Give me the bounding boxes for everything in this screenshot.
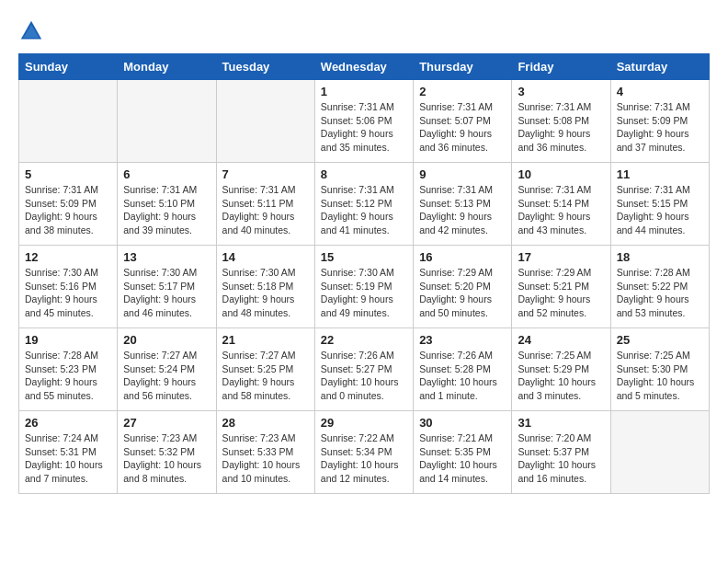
day-info: Sunrise: 7:28 AM Sunset: 5:23 PM Dayligh… <box>25 349 111 403</box>
day-info: Sunrise: 7:31 AM Sunset: 5:09 PM Dayligh… <box>25 183 111 237</box>
day-info: Sunrise: 7:31 AM Sunset: 5:10 PM Dayligh… <box>123 183 210 237</box>
calendar-cell: 10Sunrise: 7:31 AM Sunset: 5:14 PM Dayli… <box>512 163 610 246</box>
day-number: 21 <box>222 333 309 347</box>
calendar-cell: 14Sunrise: 7:30 AM Sunset: 5:18 PM Dayli… <box>216 246 314 328</box>
day-number: 11 <box>617 167 703 181</box>
calendar-cell: 26Sunrise: 7:24 AM Sunset: 5:31 PM Dayli… <box>19 411 118 494</box>
calendar-cell: 15Sunrise: 7:30 AM Sunset: 5:19 PM Dayli… <box>314 246 413 328</box>
day-number: 5 <box>25 167 111 181</box>
day-number: 25 <box>617 333 703 347</box>
calendar-header-row: SundayMondayTuesdayWednesdayThursdayFrid… <box>19 54 710 80</box>
calendar-cell: 6Sunrise: 7:31 AM Sunset: 5:10 PM Daylig… <box>118 163 216 246</box>
day-info: Sunrise: 7:31 AM Sunset: 5:14 PM Dayligh… <box>518 183 604 237</box>
day-info: Sunrise: 7:31 AM Sunset: 5:15 PM Dayligh… <box>617 183 703 237</box>
day-info: Sunrise: 7:30 AM Sunset: 5:19 PM Dayligh… <box>321 266 407 320</box>
calendar-cell: 2Sunrise: 7:31 AM Sunset: 5:07 PM Daylig… <box>414 80 512 163</box>
day-info: Sunrise: 7:30 AM Sunset: 5:18 PM Dayligh… <box>222 266 309 320</box>
calendar-cell <box>216 80 314 163</box>
day-number: 2 <box>419 85 506 98</box>
calendar-cell <box>610 411 709 494</box>
calendar-week-2: 5Sunrise: 7:31 AM Sunset: 5:09 PM Daylig… <box>19 163 710 246</box>
day-info: Sunrise: 7:30 AM Sunset: 5:16 PM Dayligh… <box>25 266 111 320</box>
day-info: Sunrise: 7:29 AM Sunset: 5:20 PM Dayligh… <box>419 266 506 320</box>
calendar-cell: 17Sunrise: 7:29 AM Sunset: 5:21 PM Dayli… <box>512 246 610 328</box>
calendar-cell: 23Sunrise: 7:26 AM Sunset: 5:28 PM Dayli… <box>414 328 512 411</box>
calendar-cell: 27Sunrise: 7:23 AM Sunset: 5:32 PM Dayli… <box>118 411 216 494</box>
calendar-cell: 20Sunrise: 7:27 AM Sunset: 5:24 PM Dayli… <box>118 328 216 411</box>
day-info: Sunrise: 7:31 AM Sunset: 5:13 PM Dayligh… <box>419 183 506 237</box>
calendar-cell: 3Sunrise: 7:31 AM Sunset: 5:08 PM Daylig… <box>512 80 610 163</box>
day-info: Sunrise: 7:24 AM Sunset: 5:31 PM Dayligh… <box>25 431 111 486</box>
day-number: 26 <box>25 416 111 430</box>
calendar-cell: 30Sunrise: 7:21 AM Sunset: 5:35 PM Dayli… <box>414 411 512 494</box>
day-number: 8 <box>321 167 407 181</box>
calendar-cell: 22Sunrise: 7:26 AM Sunset: 5:27 PM Dayli… <box>314 328 413 411</box>
calendar-header-thursday: Thursday <box>414 54 512 80</box>
day-number: 10 <box>518 167 604 181</box>
day-number: 30 <box>419 416 506 430</box>
day-info: Sunrise: 7:30 AM Sunset: 5:17 PM Dayligh… <box>123 266 210 320</box>
calendar-cell: 5Sunrise: 7:31 AM Sunset: 5:09 PM Daylig… <box>19 163 118 246</box>
day-number: 7 <box>222 167 309 181</box>
calendar-week-5: 26Sunrise: 7:24 AM Sunset: 5:31 PM Dayli… <box>19 411 710 494</box>
calendar-cell: 28Sunrise: 7:23 AM Sunset: 5:33 PM Dayli… <box>216 411 314 494</box>
day-number: 6 <box>123 167 210 181</box>
calendar-cell <box>19 80 118 163</box>
calendar-header-tuesday: Tuesday <box>216 54 314 80</box>
calendar-cell: 13Sunrise: 7:30 AM Sunset: 5:17 PM Dayli… <box>118 246 216 328</box>
day-number: 4 <box>617 85 703 98</box>
calendar-cell: 29Sunrise: 7:22 AM Sunset: 5:34 PM Dayli… <box>314 411 413 494</box>
calendar-week-4: 19Sunrise: 7:28 AM Sunset: 5:23 PM Dayli… <box>19 328 710 411</box>
day-info: Sunrise: 7:23 AM Sunset: 5:33 PM Dayligh… <box>222 431 309 486</box>
calendar-week-3: 12Sunrise: 7:30 AM Sunset: 5:16 PM Dayli… <box>19 246 710 328</box>
day-number: 14 <box>222 250 309 264</box>
day-number: 20 <box>123 333 210 347</box>
calendar-cell: 31Sunrise: 7:20 AM Sunset: 5:37 PM Dayli… <box>512 411 610 494</box>
day-number: 15 <box>321 250 407 264</box>
day-number: 19 <box>25 333 111 347</box>
calendar-cell: 4Sunrise: 7:31 AM Sunset: 5:09 PM Daylig… <box>610 80 709 163</box>
logo-icon <box>18 18 44 44</box>
day-number: 16 <box>419 250 506 264</box>
day-info: Sunrise: 7:20 AM Sunset: 5:37 PM Dayligh… <box>518 431 604 486</box>
day-info: Sunrise: 7:25 AM Sunset: 5:30 PM Dayligh… <box>617 349 703 403</box>
day-info: Sunrise: 7:29 AM Sunset: 5:21 PM Dayligh… <box>518 266 604 320</box>
day-number: 13 <box>123 250 210 264</box>
day-info: Sunrise: 7:31 AM Sunset: 5:12 PM Dayligh… <box>321 183 407 237</box>
calendar-header-wednesday: Wednesday <box>314 54 413 80</box>
day-number: 29 <box>321 416 407 430</box>
calendar-week-1: 1Sunrise: 7:31 AM Sunset: 5:06 PM Daylig… <box>19 80 710 163</box>
day-info: Sunrise: 7:25 AM Sunset: 5:29 PM Dayligh… <box>518 349 604 403</box>
day-info: Sunrise: 7:31 AM Sunset: 5:09 PM Dayligh… <box>617 100 703 155</box>
day-number: 18 <box>617 250 703 264</box>
logo <box>18 18 48 44</box>
calendar-cell: 12Sunrise: 7:30 AM Sunset: 5:16 PM Dayli… <box>19 246 118 328</box>
calendar-table: SundayMondayTuesdayWednesdayThursdayFrid… <box>18 53 710 494</box>
day-info: Sunrise: 7:22 AM Sunset: 5:34 PM Dayligh… <box>321 431 407 486</box>
day-number: 27 <box>123 416 210 430</box>
day-info: Sunrise: 7:26 AM Sunset: 5:27 PM Dayligh… <box>321 349 407 403</box>
calendar-header-friday: Friday <box>512 54 610 80</box>
day-number: 9 <box>419 167 506 181</box>
day-number: 28 <box>222 416 309 430</box>
day-number: 3 <box>518 85 604 98</box>
day-info: Sunrise: 7:23 AM Sunset: 5:32 PM Dayligh… <box>123 431 210 486</box>
calendar-cell: 11Sunrise: 7:31 AM Sunset: 5:15 PM Dayli… <box>610 163 709 246</box>
calendar-header-monday: Monday <box>118 54 216 80</box>
day-info: Sunrise: 7:21 AM Sunset: 5:35 PM Dayligh… <box>419 431 506 486</box>
calendar-cell <box>118 80 216 163</box>
calendar-cell: 25Sunrise: 7:25 AM Sunset: 5:30 PM Dayli… <box>610 328 709 411</box>
day-info: Sunrise: 7:27 AM Sunset: 5:25 PM Dayligh… <box>222 349 309 403</box>
day-number: 17 <box>518 250 604 264</box>
calendar-cell: 21Sunrise: 7:27 AM Sunset: 5:25 PM Dayli… <box>216 328 314 411</box>
day-info: Sunrise: 7:31 AM Sunset: 5:08 PM Dayligh… <box>518 100 604 155</box>
calendar-header-sunday: Sunday <box>19 54 118 80</box>
day-number: 24 <box>518 333 604 347</box>
day-info: Sunrise: 7:27 AM Sunset: 5:24 PM Dayligh… <box>123 349 210 403</box>
calendar-cell: 8Sunrise: 7:31 AM Sunset: 5:12 PM Daylig… <box>314 163 413 246</box>
day-number: 22 <box>321 333 407 347</box>
calendar-cell: 7Sunrise: 7:31 AM Sunset: 5:11 PM Daylig… <box>216 163 314 246</box>
day-number: 1 <box>321 85 407 98</box>
calendar-cell: 9Sunrise: 7:31 AM Sunset: 5:13 PM Daylig… <box>414 163 512 246</box>
calendar-header-saturday: Saturday <box>610 54 709 80</box>
